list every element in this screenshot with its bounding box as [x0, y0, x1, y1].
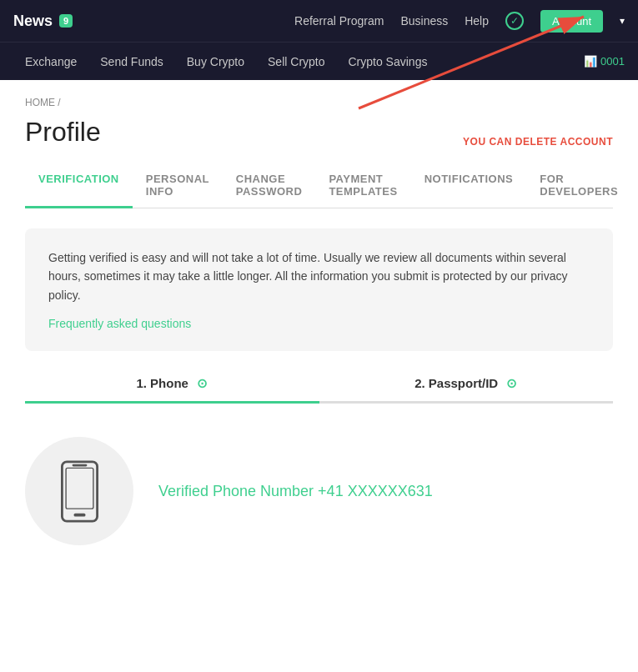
step-passport-check: ⊙: [506, 376, 517, 390]
dropdown-arrow[interactable]: ▾: [620, 15, 625, 27]
you-can-label: YOU CAN: [463, 136, 512, 148]
profile-header: Profile YOU CAN DELETE ACCOUNT: [25, 117, 613, 148]
crypto-savings-nav[interactable]: Crypto Savings: [337, 43, 440, 81]
verified-icon: ✓: [505, 12, 524, 30]
news-section: News 9: [13, 13, 73, 30]
page-title: Profile: [25, 117, 101, 148]
phone-icon: [57, 460, 103, 523]
top-nav-right: Referral Program Business Help ✓ Account…: [294, 10, 625, 33]
chart-stats: 📊 0001: [584, 55, 625, 68]
tab-payment-templates[interactable]: PAYMENT TEMPLATES: [315, 164, 410, 208]
phone-icon-circle: [25, 437, 133, 545]
svg-rect-3: [66, 468, 93, 509]
exchange-nav[interactable]: Exchange: [13, 43, 88, 81]
breadcrumb-home[interactable]: HOME: [25, 97, 55, 108]
profile-tabs: VERIFICATION PERSONAL INFO CHANGE PASSWO…: [25, 164, 613, 208]
help-link[interactable]: Help: [465, 14, 489, 28]
steps-container: 1. Phone ⊙ 2. Passport/ID ⊙: [25, 376, 613, 401]
verification-section: Verified Phone Number +41 XXXXXX631: [25, 429, 613, 554]
sell-crypto-nav[interactable]: Sell Crypto: [256, 43, 336, 81]
step-phone-label: 1. Phone: [136, 376, 188, 390]
business-link[interactable]: Business: [400, 14, 448, 28]
news-badge[interactable]: 9: [59, 14, 73, 28]
steps-progress-bar: [25, 401, 613, 404]
tab-personal-info[interactable]: PERSONAL INFO: [133, 164, 223, 208]
step-passport: 2. Passport/ID ⊙: [319, 376, 614, 401]
delete-account-section: YOU CAN DELETE ACCOUNT: [463, 136, 613, 148]
tab-notifications[interactable]: NOTIFICATIONS: [411, 164, 527, 208]
info-text: Getting verified is easy and will not ta…: [48, 248, 590, 304]
page-content: HOME / Profile YOU CAN DELETE ACCOUNT VE…: [0, 80, 638, 570]
step-phone-check: ⊙: [197, 376, 208, 390]
tab-verification[interactable]: VERIFICATION: [25, 164, 133, 208]
tab-change-password[interactable]: CHANGE PASSWORD: [223, 164, 316, 208]
faq-link[interactable]: Frequently asked questions: [48, 317, 191, 330]
tab-for-developers[interactable]: FOR DEVELOPERS: [526, 164, 631, 208]
step-passport-label: 2. Passport/ID: [414, 376, 498, 390]
steps-progress-fill: [25, 401, 319, 404]
chart-icon: 📊: [584, 55, 597, 68]
news-label[interactable]: News: [13, 13, 53, 30]
svg-rect-4: [73, 513, 85, 516]
delete-account-link[interactable]: DELETE ACCOUNT: [515, 136, 613, 148]
verified-phone-text: Verified Phone Number +41 XXXXXX631: [158, 483, 433, 500]
referral-program-link[interactable]: Referral Program: [294, 14, 384, 28]
top-navigation: News 9 Referral Program Business Help ✓ …: [0, 0, 638, 42]
svg-rect-2: [62, 462, 97, 521]
chart-label: 0001: [600, 55, 625, 68]
buy-crypto-nav[interactable]: Buy Crypto: [175, 43, 256, 81]
info-box: Getting verified is easy and will not ta…: [25, 228, 613, 351]
secondary-navigation: Exchange Send Funds Buy Crypto Sell Cryp…: [0, 42, 638, 80]
breadcrumb: HOME /: [25, 97, 613, 108]
account-label: Account: [552, 15, 591, 28]
breadcrumb-separator: /: [58, 97, 60, 108]
send-funds-nav[interactable]: Send Funds: [88, 43, 175, 81]
account-button[interactable]: Account: [540, 10, 603, 33]
step-phone: 1. Phone ⊙: [25, 376, 319, 401]
svg-rect-5: [72, 464, 87, 466]
